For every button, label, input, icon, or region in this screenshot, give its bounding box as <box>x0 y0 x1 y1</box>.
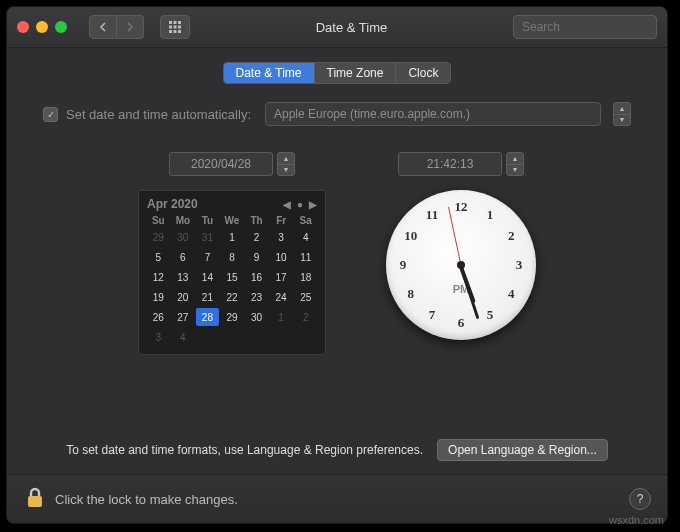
search-field[interactable] <box>513 15 657 39</box>
calendar-dow: Tu <box>196 215 219 226</box>
search-input[interactable] <box>520 19 668 35</box>
minimize-icon[interactable] <box>36 21 48 33</box>
time-field[interactable]: 21:42:13 <box>398 152 502 176</box>
calendar-day[interactable]: 26 <box>147 308 170 326</box>
calendar-dow: Su <box>147 215 170 226</box>
window-title: Date & Time <box>198 20 505 35</box>
calendar-day[interactable]: 22 <box>221 288 244 306</box>
calendar-day[interactable]: 25 <box>294 288 317 306</box>
chevron-up-icon: ▲ <box>614 103 630 115</box>
calendar-day[interactable]: 29 <box>147 228 170 246</box>
calendar-day[interactable]: 3 <box>270 228 293 246</box>
clock-numeral: 6 <box>458 315 465 331</box>
calendar-day[interactable]: 2 <box>245 228 268 246</box>
calendar-day[interactable]: 4 <box>172 328 195 346</box>
clock-numeral: 5 <box>487 307 494 323</box>
tab-time-zone[interactable]: Time Zone <box>314 63 396 83</box>
titlebar: Date & Time <box>7 7 667 48</box>
clock-numeral: 1 <box>487 207 494 223</box>
show-all-button[interactable] <box>160 15 190 39</box>
tab-bar: Date & Time Time Zone Clock <box>7 62 667 84</box>
calendar-day[interactable]: 18 <box>294 268 317 286</box>
clock-numeral: 11 <box>426 207 438 223</box>
auto-set-row: ✓ Set date and time automatically: Apple… <box>43 102 631 126</box>
prefs-window: Date & Time Date & Time Time Zone Clock … <box>6 6 668 524</box>
auto-set-checkbox[interactable]: ✓ <box>43 107 58 122</box>
calendar-day[interactable]: 16 <box>245 268 268 286</box>
calendar-day[interactable]: 23 <box>245 288 268 306</box>
calendar-day[interactable]: 15 <box>221 268 244 286</box>
calendar-day[interactable]: 29 <box>221 308 244 326</box>
calendar-day[interactable]: 14 <box>196 268 219 286</box>
calendar-day[interactable]: 19 <box>147 288 170 306</box>
tab-date-time[interactable]: Date & Time <box>224 63 314 83</box>
clock-numeral: 12 <box>455 199 468 215</box>
chevron-left-icon <box>99 22 107 32</box>
svg-rect-3 <box>169 26 172 29</box>
svg-rect-7 <box>174 30 177 33</box>
calendar-day[interactable]: 20 <box>172 288 195 306</box>
date-field[interactable]: 2020/04/28 <box>169 152 273 176</box>
calendar-day[interactable]: 24 <box>270 288 293 306</box>
calendar-next-button[interactable]: ▶ <box>309 199 317 210</box>
calendar-day[interactable]: 30 <box>245 308 268 326</box>
calendar-day[interactable]: 1 <box>270 308 293 326</box>
zoom-icon[interactable] <box>55 21 67 33</box>
time-server-select[interactable]: Apple Europe (time.euro.apple.com.) <box>265 102 601 126</box>
calendar-day[interactable]: 31 <box>196 228 219 246</box>
clock-numeral: 3 <box>516 257 523 273</box>
auto-set-label: Set date and time automatically: <box>66 107 251 122</box>
formats-hint: To set date and time formats, use Langua… <box>66 443 423 457</box>
lock-icon[interactable] <box>25 486 45 513</box>
calendar-day[interactable]: 6 <box>172 248 195 266</box>
calendar-day[interactable]: 1 <box>221 228 244 246</box>
calendar-day[interactable]: 30 <box>172 228 195 246</box>
analog-clock[interactable]: PM 121234567891011 <box>386 190 536 340</box>
calendar-month-label: Apr 2020 <box>147 197 198 211</box>
formats-row: To set date and time formats, use Langua… <box>7 439 667 461</box>
lock-bar: Click the lock to make changes. ? <box>7 474 667 523</box>
calendar-day[interactable]: 9 <box>245 248 268 266</box>
open-language-region-button[interactable]: Open Language & Region... <box>437 439 608 461</box>
calendar-day[interactable]: 7 <box>196 248 219 266</box>
date-column: 2020/04/28 ▲▼ Apr 2020 ◀ ● ▶ SuMoTuWeThF… <box>138 152 326 355</box>
calendar-day[interactable]: 5 <box>147 248 170 266</box>
calendar-today-button[interactable]: ● <box>297 199 303 210</box>
calendar-day[interactable]: 17 <box>270 268 293 286</box>
help-button[interactable]: ? <box>629 488 651 510</box>
date-stepper[interactable]: ▲▼ <box>277 152 295 176</box>
calendar-day[interactable]: 21 <box>196 288 219 306</box>
clock-face: PM 121234567891011 <box>386 190 536 340</box>
clock-numeral: 9 <box>400 257 407 273</box>
calendar-day[interactable]: 12 <box>147 268 170 286</box>
calendar-day[interactable]: 27 <box>172 308 195 326</box>
second-hand <box>448 207 461 266</box>
calendar-day[interactable]: 2 <box>294 308 317 326</box>
time-stepper[interactable]: ▲▼ <box>506 152 524 176</box>
tab-clock[interactable]: Clock <box>395 63 450 83</box>
calendar-day[interactable]: 4 <box>294 228 317 246</box>
calendar-day[interactable]: 13 <box>172 268 195 286</box>
calendar-day[interactable]: 11 <box>294 248 317 266</box>
calendar-dow: Th <box>245 215 268 226</box>
forward-button[interactable] <box>117 15 144 39</box>
calendar-nav: ◀ ● ▶ <box>283 199 317 210</box>
calendar-day[interactable]: 3 <box>147 328 170 346</box>
calendar-day[interactable]: 10 <box>270 248 293 266</box>
grid-icon <box>168 20 182 34</box>
calendar[interactable]: Apr 2020 ◀ ● ▶ SuMoTuWeThFrSa29303112345… <box>138 190 326 355</box>
chevron-up-icon: ▲ <box>507 153 523 165</box>
calendar-dow: Fr <box>270 215 293 226</box>
svg-rect-5 <box>178 26 181 29</box>
lock-hint: Click the lock to make changes. <box>55 492 238 507</box>
content-pane: ✓ Set date and time automatically: Apple… <box>7 84 667 355</box>
calendar-day[interactable]: 8 <box>221 248 244 266</box>
back-button[interactable] <box>89 15 117 39</box>
svg-rect-6 <box>169 30 172 33</box>
time-column: 21:42:13 ▲▼ PM 121234567891011 <box>386 152 536 355</box>
calendar-prev-button[interactable]: ◀ <box>283 199 291 210</box>
calendar-day[interactable]: 28 <box>196 308 219 326</box>
close-icon[interactable] <box>17 21 29 33</box>
time-server-stepper[interactable]: ▲ ▼ <box>613 102 631 126</box>
chevron-down-icon: ▼ <box>614 115 630 126</box>
